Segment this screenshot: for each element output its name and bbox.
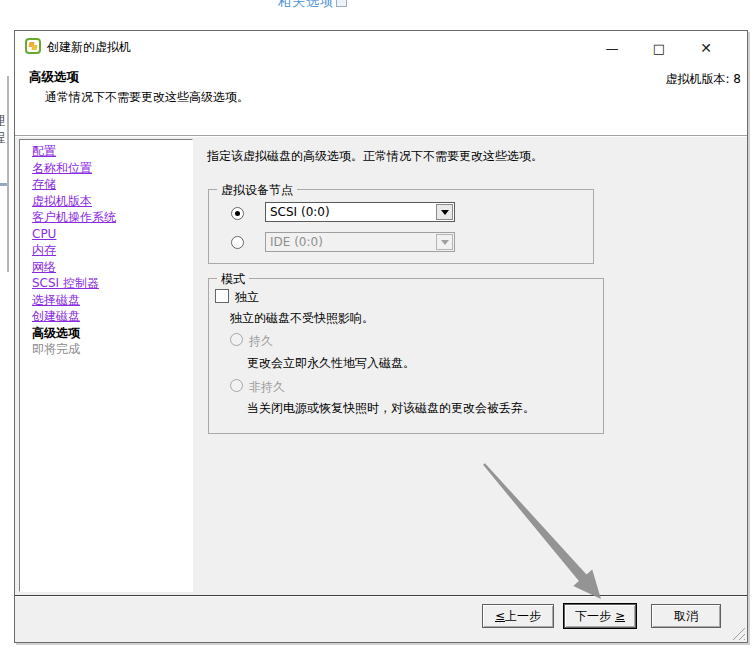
sidebar-item-network[interactable]: 网络 — [32, 259, 192, 276]
sidebar-item-select-disk[interactable]: 选择磁盘 — [32, 292, 192, 309]
next-button[interactable]: 下一步≥ — [564, 604, 636, 628]
sidebar-item-guest-os[interactable]: 客户机操作系统 — [32, 209, 192, 226]
persistent-label: 持久 — [249, 333, 273, 350]
ide-node-combobox: IDE (0:0) — [265, 232, 455, 252]
background-clipped-link-icon — [336, 0, 347, 7]
window-title: 创建新的虚拟机 — [47, 39, 131, 56]
sidebar-item-scsi-controller[interactable]: SCSI 控制器 — [32, 275, 192, 292]
nonpersistent-radio — [230, 379, 243, 392]
background-window-edge — [7, 76, 9, 272]
cancel-button[interactable]: 取消 — [651, 604, 721, 628]
maximize-button[interactable]: □ — [647, 36, 671, 60]
independent-checkbox[interactable] — [215, 289, 229, 303]
vsphere-app-icon — [25, 38, 41, 54]
sidebar-item-create-disk[interactable]: 创建磁盘 — [32, 308, 192, 325]
screen: 相关选项 理 程 创建新的虚拟机 — □ ✕ 高级选项 通常情况下不需要更改这些… — [0, 0, 754, 651]
independent-label[interactable]: 独立 — [235, 289, 259, 306]
wizard-header: 高级选项 通常情况下不需要更改这些高级选项。 虚拟机版本: 8 — [15, 61, 747, 135]
background-clipped-link: 相关选项 — [278, 0, 334, 11]
title-bar: 创建新的虚拟机 — □ ✕ — [15, 31, 747, 61]
sidebar-item-cpu[interactable]: CPU — [32, 226, 192, 243]
create-vm-wizard-dialog: 创建新的虚拟机 — □ ✕ 高级选项 通常情况下不需要更改这些高级选项。 虚拟机… — [14, 30, 748, 643]
close-button[interactable]: ✕ — [694, 36, 718, 60]
sidebar-item-advanced-options[interactable]: 高级选项 — [32, 325, 192, 342]
sidebar-item-ready-to-complete: 即将完成 — [32, 341, 192, 358]
resize-grip[interactable] — [731, 626, 745, 640]
header-separator — [15, 135, 747, 137]
group-title: 虚拟设备节点 — [217, 182, 297, 199]
sidebar-item-vm-version[interactable]: 虚拟机版本 — [32, 193, 192, 210]
wizard-steps-sidebar: 配置 名称和位置 存储 虚拟机版本 客户机操作系统 CPU 内存 网络 SCSI… — [19, 139, 193, 592]
persistent-description: 更改会立即永久性地写入磁盘。 — [247, 355, 415, 372]
scsi-node-combobox[interactable]: SCSI (0:0) — [265, 202, 455, 222]
page-title: 高级选项 — [29, 69, 79, 86]
instruction-text: 指定该虚拟磁盘的高级选项。正常情况下不需要更改这些选项。 — [207, 148, 543, 165]
footer-separator — [15, 595, 747, 597]
sidebar-item-name-location[interactable]: 名称和位置 — [32, 160, 192, 177]
persistent-radio — [230, 333, 243, 346]
page-subtitle: 通常情况下不需要更改这些高级选项。 — [45, 89, 249, 106]
chevron-down-icon[interactable] — [436, 204, 453, 220]
group-title: 模式 — [217, 271, 249, 288]
virtual-device-node-group: 虚拟设备节点 SCSI (0:0) IDE (0:0) — [208, 189, 594, 264]
nonpersistent-label: 非持久 — [249, 379, 285, 396]
nonpersistent-description: 当关闭电源或恢复快照时，对该磁盘的更改会被丢弃。 — [247, 400, 535, 417]
sidebar-item-memory[interactable]: 内存 — [32, 242, 192, 259]
scsi-radio[interactable] — [231, 207, 244, 220]
mode-group: 模式 独立 独立的磁盘不受快照影响。 持久 更改会立即永久性地写入磁盘。 非持久… — [208, 278, 604, 434]
back-button[interactable]: ≤上一步 — [482, 604, 554, 628]
minimize-button[interactable]: — — [600, 36, 624, 60]
sidebar-item-configuration[interactable]: 配置 — [32, 143, 192, 160]
chevron-down-icon — [436, 234, 453, 250]
vm-version-label: 虚拟机版本: 8 — [666, 71, 742, 88]
ide-radio[interactable] — [231, 236, 244, 249]
independent-description: 独立的磁盘不受快照影响。 — [230, 310, 374, 327]
sidebar-item-storage[interactable]: 存储 — [32, 176, 192, 193]
